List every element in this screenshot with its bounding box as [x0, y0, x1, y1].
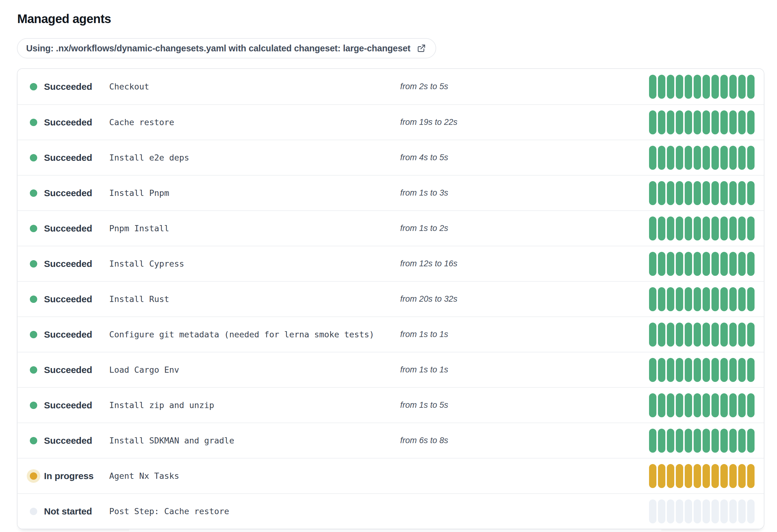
step-status: Succeeded	[30, 400, 109, 411]
agent-row[interactable]: Succeeded Configure git metadata (needed…	[17, 316, 764, 352]
step-name: Pnpm Install	[109, 224, 400, 233]
progress-bar-segment	[729, 393, 737, 417]
progress-bar-segment	[729, 464, 737, 488]
step-status: Not started	[30, 506, 109, 517]
progress-bar-segment	[658, 464, 665, 488]
progress-bar-segment	[747, 217, 755, 241]
progress-bar-segment	[694, 393, 701, 417]
progress-bar-segment	[711, 110, 719, 134]
progress-bar-segment	[747, 499, 755, 523]
agent-row[interactable]: Succeeded Install zip and unzip from 1s …	[17, 387, 764, 422]
progress-bar-segment	[685, 429, 692, 453]
step-duration: from 2s to 5s	[400, 82, 649, 91]
agent-row[interactable]: Succeeded Checkout from 2s to 5s	[17, 69, 764, 104]
progress-bar-segment	[729, 252, 737, 276]
progress-bar-segment	[649, 499, 656, 523]
agent-row[interactable]: Succeeded Install SDKMAN and gradle from…	[17, 422, 764, 458]
progress-bar-segment	[676, 464, 683, 488]
step-duration: from 6s to 8s	[400, 436, 649, 445]
progress-bar-segment	[667, 429, 674, 453]
progress-bar-segment	[658, 217, 665, 241]
progress-bar-segment	[649, 110, 656, 134]
progress-bar-segment	[649, 393, 656, 417]
progress-bar-segment	[711, 287, 719, 311]
progress-bar-segment	[747, 393, 755, 417]
external-link-icon[interactable]	[417, 43, 426, 53]
progress-bar-segment	[747, 146, 755, 170]
progress-bar-segment	[658, 146, 665, 170]
progress-bar-segment	[738, 464, 746, 488]
status-dot	[30, 119, 37, 126]
agent-row[interactable]: Succeeded Install Rust from 20s to 32s	[17, 281, 764, 316]
agent-row[interactable]: Succeeded Install e2e deps from 4s to 5s	[17, 140, 764, 175]
progress-bar-segment	[702, 252, 710, 276]
progress-bar-segment	[729, 499, 737, 523]
progress-bar-segment	[720, 252, 728, 276]
agent-row[interactable]: Succeeded Cache restore from 19s to 22s	[17, 104, 764, 140]
progress-bar-segment	[694, 217, 701, 241]
progress-bars	[649, 110, 755, 134]
progress-bars	[649, 252, 755, 276]
progress-bar-segment	[729, 358, 737, 382]
status-label: Succeeded	[44, 400, 92, 411]
progress-bar-segment	[720, 393, 728, 417]
step-name: Install e2e deps	[109, 153, 400, 162]
step-duration: from 1s to 1s	[400, 329, 649, 339]
agent-row[interactable]: In progress Agent Nx Tasks	[17, 458, 764, 493]
progress-bar-segment	[711, 252, 719, 276]
progress-bar-segment	[676, 393, 683, 417]
progress-bars	[649, 322, 755, 347]
agent-row[interactable]: Succeeded Install Pnpm from 1s to 3s	[17, 175, 764, 210]
progress-bar-segment	[702, 499, 710, 523]
progress-bar-segment	[720, 499, 728, 523]
agent-rows: Succeeded Checkout from 2s to 5s Succeed…	[17, 69, 764, 529]
progress-bar-segment	[720, 110, 728, 134]
progress-bar-segment	[729, 429, 737, 453]
progress-bars	[649, 217, 755, 241]
step-duration: from 4s to 5s	[400, 153, 649, 162]
status-label: Succeeded	[44, 82, 92, 92]
progress-bar-segment	[694, 75, 701, 99]
progress-bar-segment	[658, 322, 665, 347]
progress-bar-segment	[702, 393, 710, 417]
progress-bar-segment	[738, 393, 746, 417]
progress-bars	[649, 75, 755, 99]
progress-bar-segment	[658, 110, 665, 134]
progress-bar-segment	[667, 464, 674, 488]
progress-bar-segment	[685, 75, 692, 99]
progress-bar-segment	[676, 322, 683, 347]
step-status: Succeeded	[30, 117, 109, 128]
step-name: Install Cypress	[109, 259, 400, 268]
step-status: Succeeded	[30, 365, 109, 375]
step-name: Cache restore	[109, 118, 400, 127]
progress-bar-segment	[720, 217, 728, 241]
progress-bar-segment	[667, 358, 674, 382]
status-label: In progress	[44, 471, 94, 481]
progress-bar-segment	[729, 287, 737, 311]
progress-bar-segment	[685, 499, 692, 523]
progress-bar-segment	[729, 217, 737, 241]
progress-bar-segment	[747, 358, 755, 382]
progress-bar-segment	[694, 110, 701, 134]
agent-row[interactable]: Succeeded Load Cargo Env from 1s to 1s	[17, 352, 764, 387]
progress-bars	[649, 499, 755, 523]
status-label: Succeeded	[44, 117, 92, 128]
workflow-chip[interactable]: Using: .nx/workflows/dynamic-changesets.…	[17, 38, 436, 58]
progress-bar-segment	[658, 287, 665, 311]
status-label: Succeeded	[44, 329, 92, 340]
next-section-peek	[129, 530, 661, 532]
progress-bars	[649, 181, 755, 205]
status-label: Succeeded	[44, 435, 92, 446]
progress-bar-segment	[720, 429, 728, 453]
progress-bar-segment	[676, 146, 683, 170]
progress-bars	[649, 287, 755, 311]
agent-row[interactable]: Succeeded Install Cypress from 12s to 16…	[17, 246, 764, 281]
progress-bar-segment	[676, 429, 683, 453]
progress-bar-segment	[667, 217, 674, 241]
step-name: Install SDKMAN and gradle	[109, 436, 400, 445]
progress-bar-segment	[738, 358, 746, 382]
progress-bar-segment	[694, 252, 701, 276]
agent-row[interactable]: Not started Post Step: Cache restore	[17, 493, 764, 529]
status-label: Succeeded	[44, 365, 92, 375]
agent-row[interactable]: Succeeded Pnpm Install from 1s to 2s	[17, 210, 764, 246]
